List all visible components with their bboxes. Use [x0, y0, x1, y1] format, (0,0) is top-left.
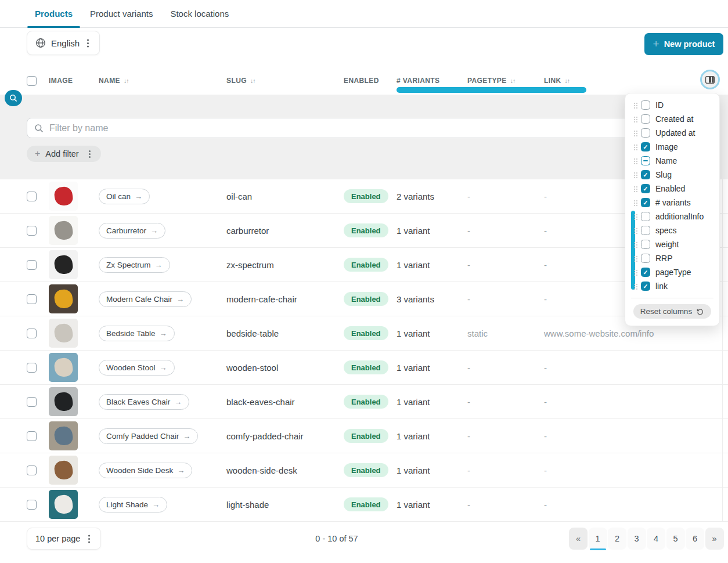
filter-search-field[interactable]	[27, 118, 720, 138]
drag-handle-icon[interactable]	[633, 158, 637, 164]
row-checkbox[interactable]	[27, 363, 37, 373]
column-menu-item[interactable]: additionalInfo	[625, 210, 719, 223]
column-checkbox[interactable]	[641, 240, 650, 249]
drag-handle-icon[interactable]	[633, 269, 637, 276]
row-checkbox[interactable]	[27, 465, 37, 475]
per-page-selector[interactable]: 10 per page	[27, 528, 101, 550]
column-header-label: NAME	[99, 77, 120, 85]
product-name-link[interactable]: Modern Cafe Chair →	[99, 291, 192, 307]
search-toggle-tab[interactable]	[5, 90, 22, 106]
drag-handle-icon[interactable]	[633, 200, 637, 206]
page-button[interactable]: 6	[686, 528, 704, 550]
column-menu-item[interactable]: Slug	[625, 168, 719, 182]
column-menu-item[interactable]: ID	[625, 98, 719, 112]
product-name-link[interactable]: Light Shade →	[99, 497, 167, 513]
column-menu-item[interactable]: Created at	[625, 112, 719, 126]
row-checkbox[interactable]	[27, 431, 37, 441]
column-header[interactable]: NAME ↓↑	[99, 77, 226, 85]
row-checkbox[interactable]	[27, 192, 37, 201]
sort-arrows-icon[interactable]: ↓↑	[565, 77, 570, 84]
new-product-button[interactable]: + New product	[644, 33, 723, 55]
drag-handle-icon[interactable]	[633, 116, 637, 122]
column-checkbox[interactable]	[641, 156, 650, 165]
column-checkbox[interactable]	[641, 114, 650, 124]
search-input[interactable]	[49, 123, 712, 133]
tab[interactable]: Products	[27, 0, 80, 27]
page-button[interactable]: 2	[608, 528, 626, 550]
sort-arrows-icon[interactable]: ↓↑	[250, 77, 255, 84]
page-button[interactable]: «	[569, 528, 588, 550]
column-header[interactable]: LINK ↓↑	[544, 77, 720, 85]
row-checkbox[interactable]	[27, 294, 37, 304]
column-checkbox[interactable]	[641, 142, 650, 151]
tab[interactable]: Product variants	[82, 0, 160, 27]
tab[interactable]: Stock locations	[163, 0, 236, 27]
page-button[interactable]: »	[705, 528, 724, 550]
column-checkbox[interactable]	[641, 254, 650, 263]
column-header[interactable]: SLUG ↓↑	[226, 77, 344, 85]
column-menu-item[interactable]: RRP	[625, 251, 719, 265]
add-filter-button[interactable]: + Add filter	[27, 146, 101, 162]
page-button[interactable]: 1	[589, 528, 607, 550]
column-checkbox[interactable]	[641, 128, 650, 138]
column-header[interactable]: PAGETYPE ↓↑	[467, 77, 544, 85]
product-name-link[interactable]: Zx Spectrum →	[99, 257, 170, 273]
column-checkbox[interactable]	[641, 198, 650, 207]
sort-arrows-icon[interactable]: ↓↑	[510, 77, 516, 84]
product-name-link[interactable]: Black Eaves Chair →	[99, 394, 189, 410]
kebab-icon[interactable]	[89, 153, 91, 155]
column-menu-item[interactable]: pageType	[625, 265, 719, 279]
drag-handle-icon[interactable]	[633, 186, 637, 192]
product-image-subject	[53, 391, 74, 412]
per-page-label: 10 per page	[35, 534, 80, 543]
column-header[interactable]: ENABLED ↓↑	[344, 77, 397, 85]
column-checkbox[interactable]	[641, 100, 650, 110]
drag-handle-icon[interactable]	[633, 102, 637, 109]
drag-handle-icon[interactable]	[633, 255, 637, 262]
column-menu-item[interactable]: Updated at	[625, 126, 719, 140]
row-checkbox[interactable]	[27, 500, 37, 510]
page-button[interactable]: 3	[628, 528, 646, 550]
drag-handle-icon[interactable]	[633, 241, 637, 248]
product-name-link[interactable]: Bedside Table →	[99, 326, 175, 341]
column-menu-label: additionalInfo	[655, 212, 704, 221]
column-menu-item[interactable]: Enabled	[625, 182, 719, 196]
column-menu-item[interactable]: # variants	[625, 196, 719, 210]
column-header[interactable]: IMAGE ↓↑	[49, 77, 99, 85]
column-menu-item[interactable]: Image	[625, 140, 719, 154]
column-checkbox[interactable]	[641, 212, 650, 221]
row-checkbox[interactable]	[27, 260, 37, 270]
product-name-link[interactable]: Oil can →	[99, 189, 150, 204]
row-checkbox[interactable]	[27, 397, 37, 407]
sort-arrows-icon[interactable]: ↓↑	[124, 77, 129, 84]
language-selector[interactable]: English	[27, 31, 100, 55]
product-name-link[interactable]: Carburretor →	[99, 223, 165, 239]
drag-handle-icon[interactable]	[633, 144, 637, 150]
drag-handle-icon[interactable]	[633, 283, 637, 290]
column-checkbox[interactable]	[641, 170, 650, 179]
column-header[interactable]: # VARIANTS ↓↑	[397, 77, 467, 85]
row-checkbox[interactable]	[27, 226, 37, 236]
table-row: Bedside Table → bedside-table Enabled 1 …	[0, 316, 728, 351]
select-all-checkbox[interactable]	[27, 76, 37, 86]
column-menu-item[interactable]: specs	[625, 223, 719, 237]
reset-columns-button[interactable]: Reset columns	[633, 304, 711, 319]
page-button[interactable]: 5	[666, 528, 685, 550]
page-button[interactable]: 4	[647, 528, 665, 550]
drag-handle-icon[interactable]	[633, 130, 637, 136]
drag-handle-icon[interactable]	[633, 172, 637, 178]
product-name-link[interactable]: Wooden Side Desk →	[99, 463, 192, 478]
column-menu-item[interactable]: Name	[625, 154, 719, 168]
drag-handle-icon[interactable]	[633, 214, 637, 220]
column-menu-item[interactable]: link	[625, 279, 719, 293]
drag-handle-icon[interactable]	[633, 228, 637, 234]
row-checkbox[interactable]	[27, 329, 37, 338]
column-visibility-button[interactable]	[700, 70, 720, 89]
column-checkbox[interactable]	[641, 268, 650, 277]
product-name-link[interactable]: Wooden Stool →	[99, 360, 175, 376]
product-name-link[interactable]: Comfy Padded Chair →	[99, 428, 198, 444]
column-checkbox[interactable]	[641, 226, 650, 235]
column-menu-item[interactable]: weight	[625, 237, 719, 251]
column-checkbox[interactable]	[641, 282, 650, 291]
column-checkbox[interactable]	[641, 184, 650, 193]
